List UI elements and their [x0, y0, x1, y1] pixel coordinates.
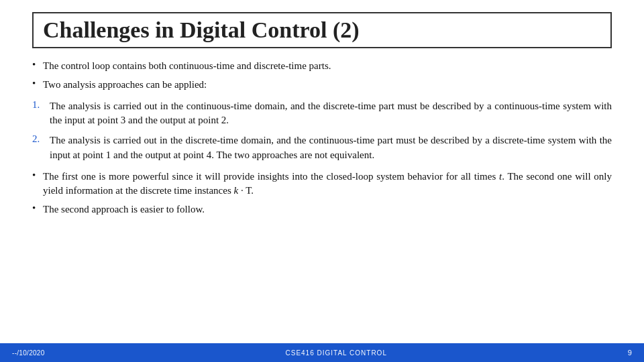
footer-course: CSE416 Digital Control	[285, 349, 386, 357]
bullet-dot-1: •	[32, 59, 42, 70]
bullet-item-2: • Two analysis approaches can be applied…	[32, 78, 612, 93]
item-text-1: The analysis is carried out in the conti…	[50, 99, 612, 129]
bullet-text-1: The control loop contains both continuou…	[43, 59, 331, 74]
footer-page: 9	[628, 349, 632, 357]
num-1: 1.	[32, 99, 44, 111]
bullet-item-4: • The second approach is easier to follo…	[32, 202, 612, 217]
slide: Challenges in Digital Control (2) • The …	[0, 0, 644, 362]
bullet3-after: · T.	[238, 185, 254, 196]
bullet-text-3: The first one is more powerful since it …	[43, 170, 612, 199]
num-2: 2.	[32, 133, 44, 145]
slide-title: Challenges in Digital Control (2)	[43, 17, 360, 42]
item-text-2: The analysis is carried out in the discr…	[50, 133, 612, 163]
content-area: • The control loop contains both continu…	[32, 59, 612, 362]
bullet-item-3: • The first one is more powerful since i…	[32, 170, 612, 199]
numbered-item-2: 2. The analysis is carried out in the di…	[32, 133, 612, 163]
bullet-item-1: • The control loop contains both continu…	[32, 59, 612, 74]
title-box: Challenges in Digital Control (2)	[32, 12, 612, 48]
bullet-dot-4: •	[32, 202, 42, 214]
bullet3-before: The first one is more powerful since it …	[43, 171, 499, 182]
numbered-item-1: 1. The analysis is carried out in the co…	[32, 99, 612, 129]
bullet-dot-2: •	[32, 78, 42, 89]
footer: --/10/2020 CSE416 Digital Control 9	[0, 343, 644, 362]
footer-date: --/10/2020	[12, 349, 45, 357]
bullet-text-4: The second approach is easier to follow.	[43, 202, 205, 217]
bullet-dot-3: •	[32, 170, 42, 181]
numbered-list: 1. The analysis is carried out in the co…	[32, 99, 612, 163]
bullet-text-2: Two analysis approaches can be applied:	[43, 78, 207, 93]
